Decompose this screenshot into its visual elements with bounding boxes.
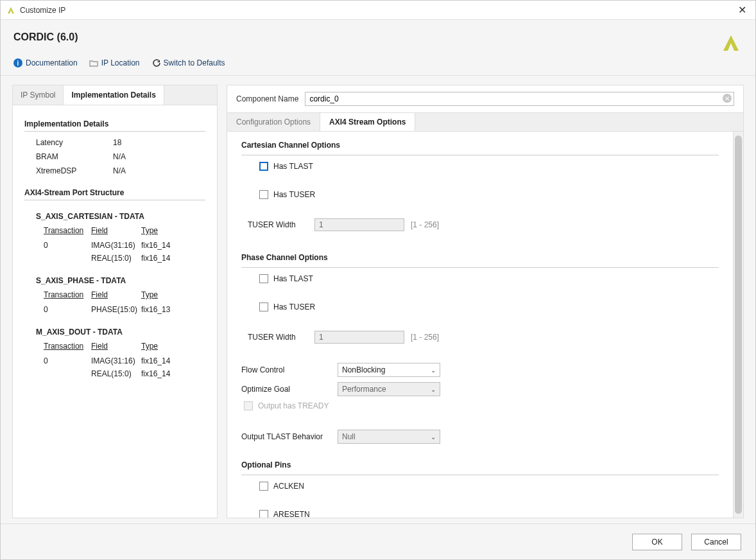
ok-button[interactable]: OK	[632, 534, 682, 550]
phase-has-tlast-row: Has TLAST	[259, 274, 719, 283]
output-tready-label: Output has TREADY	[258, 401, 329, 410]
table-row: 0 IMAG(31:16) fix16_14	[44, 239, 205, 252]
bram-value: N/A	[113, 152, 126, 161]
impl-row-latency: Latency 18	[36, 136, 205, 150]
cartesian-options-title: Cartesian Channel Options	[241, 141, 719, 150]
switch-defaults-link[interactable]: Switch to Defaults	[151, 58, 225, 67]
phase-has-tuser-checkbox[interactable]	[259, 302, 268, 311]
left-panel: IP Symbol Implementation Details Impleme…	[12, 85, 218, 518]
table-row: REAL(15:0) fix16_14	[44, 367, 205, 380]
impl-row-bram: BRAM N/A	[36, 150, 205, 164]
scrollbar-thumb[interactable]	[735, 136, 742, 514]
output-tready-checkbox	[244, 401, 253, 410]
ip-location-label: IP Location	[101, 58, 140, 67]
tab-ip-symbol[interactable]: IP Symbol	[13, 85, 64, 105]
app-icon	[6, 5, 16, 15]
left-tabs: IP Symbol Implementation Details	[13, 85, 217, 105]
cartesian-tuser-width-row: TUSER Width [1 - 256]	[248, 218, 719, 231]
aresetn-label: ARESETN	[273, 510, 310, 518]
table-row: 0 PHASE(15:0) fix16_13	[44, 303, 205, 316]
chevron-down-icon: ⌄	[431, 433, 436, 441]
cartesian-has-tuser-label: Has TUSER	[273, 190, 315, 199]
optional-pins-title: Optional Pins	[241, 460, 719, 469]
flow-control-row: Flow Control NonBlocking ⌄	[241, 363, 719, 377]
chevron-down-icon: ⌄	[431, 367, 436, 374]
header-toolbar: i Documentation IP Location Switch to De…	[13, 58, 743, 67]
close-icon[interactable]: ✕	[734, 3, 750, 17]
vertical-scrollbar[interactable]	[733, 132, 743, 518]
implementation-table: Latency 18 BRAM N/A XtremeDSP N/A	[36, 136, 205, 178]
phase-tuser-width-input	[314, 331, 404, 344]
output-tlast-value: Null	[342, 432, 356, 441]
table-row: REAL(15:0) fix16_14	[44, 252, 205, 265]
implementation-details-header: Implementation Details	[24, 119, 205, 132]
left-content: Implementation Details Latency 18 BRAM N…	[13, 105, 217, 518]
flow-control-select[interactable]: NonBlocking ⌄	[338, 363, 440, 377]
info-icon: i	[13, 58, 22, 67]
footer: OK Cancel	[1, 523, 755, 559]
product-title: CORDIC (6.0)	[13, 31, 743, 43]
divider	[241, 155, 719, 155]
cartesian-has-tlast-row: Has TLAST	[259, 162, 719, 171]
output-tready-row: Output has TREADY	[244, 401, 719, 410]
tab-configuration-options[interactable]: Configuration Options	[227, 113, 320, 131]
clear-input-icon[interactable]: ✕	[723, 94, 732, 103]
cartesian-has-tlast-label: Has TLAST	[273, 162, 313, 171]
documentation-label: Documentation	[26, 58, 78, 67]
chevron-down-icon: ⌄	[431, 386, 436, 393]
phase-has-tuser-label: Has TUSER	[273, 302, 315, 311]
cartesian-has-tuser-row: Has TUSER	[259, 190, 719, 199]
switch-defaults-label: Switch to Defaults	[164, 58, 225, 67]
table-header: Transaction Field Type	[44, 226, 205, 235]
xtremedsp-label: XtremeDSP	[36, 166, 113, 175]
tab-implementation-details[interactable]: Implementation Details	[64, 85, 164, 105]
phase-tdata-title: S_AXIS_PHASE - TDATA	[36, 276, 205, 285]
cartesian-has-tlast-checkbox[interactable]	[259, 162, 268, 171]
col-type: Type	[141, 226, 158, 235]
table-header: Transaction Field Type	[44, 290, 205, 299]
form-area: Cartesian Channel Options Has TLAST Has …	[227, 132, 733, 518]
table-header: Transaction Field Type	[44, 342, 205, 351]
body-area: IP Symbol Implementation Details Impleme…	[1, 76, 755, 523]
aclken-label: ACLKEN	[273, 482, 304, 491]
table-row: 0 IMAG(31:16) fix16_14	[44, 354, 205, 367]
header-area: CORDIC (6.0) i Documentation IP Location…	[1, 20, 755, 76]
documentation-link[interactable]: i Documentation	[13, 58, 78, 67]
cartesian-tdata-title: S_AXIS_CARTESIAN - TDATA	[36, 212, 205, 221]
phase-has-tlast-label: Has TLAST	[273, 274, 313, 283]
divider	[241, 475, 719, 475]
aclken-row: ACLKEN	[259, 482, 719, 491]
col-field: Field	[91, 226, 141, 235]
latency-label: Latency	[36, 138, 113, 147]
cancel-button[interactable]: Cancel	[691, 534, 741, 550]
aclken-checkbox[interactable]	[259, 482, 268, 491]
output-tlast-select: Null ⌄	[338, 430, 440, 444]
flow-control-label: Flow Control	[241, 365, 338, 374]
folder-icon	[89, 58, 98, 67]
ip-location-link[interactable]: IP Location	[89, 58, 140, 67]
optimize-goal-label: Optimize Goal	[241, 385, 338, 394]
window-title: Customize IP	[20, 6, 734, 15]
cartesian-table: Transaction Field Type 0 IMAG(31:16) fix…	[44, 226, 205, 265]
component-name-input[interactable]	[305, 92, 734, 106]
dout-tdata-title: M_AXIS_DOUT - TDATA	[36, 328, 205, 337]
aresetn-checkbox[interactable]	[259, 510, 268, 518]
latency-value: 18	[113, 138, 121, 147]
output-tlast-label: Output TLAST Behavior	[241, 432, 338, 441]
optimize-goal-select: Performance ⌄	[338, 382, 440, 396]
phase-table: Transaction Field Type 0 PHASE(15:0) fix…	[44, 290, 205, 316]
cartesian-tuser-width-input	[314, 218, 404, 231]
tab-axi4-stream-options[interactable]: AXI4 Stream Options	[320, 113, 415, 131]
phase-has-tuser-row: Has TUSER	[259, 302, 719, 311]
refresh-icon	[151, 58, 160, 67]
component-name-row: Component Name ✕	[227, 85, 743, 112]
phase-tuser-width-row: TUSER Width [1 - 256]	[248, 331, 719, 344]
col-transaction: Transaction	[44, 226, 91, 235]
aresetn-row: ARESETN	[259, 510, 719, 518]
right-tabs: Configuration Options AXI4 Stream Option…	[227, 112, 743, 132]
cartesian-has-tuser-checkbox[interactable]	[259, 190, 268, 199]
phase-has-tlast-checkbox[interactable]	[259, 274, 268, 283]
xtremedsp-value: N/A	[113, 166, 126, 175]
optimize-goal-value: Performance	[342, 385, 386, 394]
divider	[241, 267, 719, 268]
